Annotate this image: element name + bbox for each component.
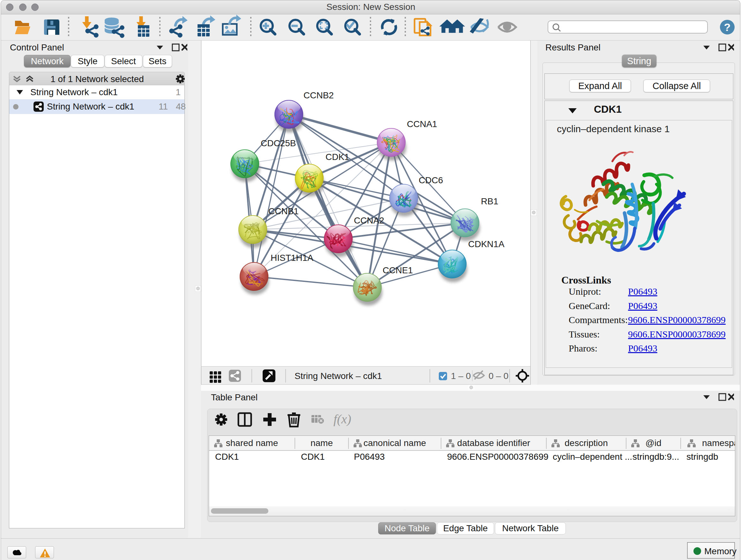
svg-text:f(x): f(x) bbox=[333, 412, 351, 426]
svg-text:description: description bbox=[564, 438, 608, 448]
svg-text:CCNB2: CCNB2 bbox=[304, 90, 334, 100]
svg-text:CDC6: CDC6 bbox=[419, 175, 443, 185]
svg-text:name: name bbox=[311, 438, 333, 448]
svg-text:CCNA1: CCNA1 bbox=[407, 119, 437, 129]
svg-text:String Network – cdk1: String Network – cdk1 bbox=[294, 371, 382, 381]
svg-text:CCNB1: CCNB1 bbox=[268, 206, 299, 216]
svg-text:namespace: namespace bbox=[702, 438, 735, 448]
svg-text:1 – 0: 1 – 0 bbox=[451, 371, 471, 381]
svg-text:database identifier: database identifier bbox=[457, 438, 530, 448]
svg-text:RB1: RB1 bbox=[481, 196, 498, 206]
svg-text:@id: @id bbox=[645, 438, 661, 448]
svg-text:0 – 0: 0 – 0 bbox=[488, 371, 509, 381]
svg-text:canonical name: canonical name bbox=[363, 438, 426, 448]
svg-text:CDKN1A: CDKN1A bbox=[468, 239, 504, 249]
svg-text:CDC25B: CDC25B bbox=[261, 138, 296, 148]
svg-text:HIST1H1A: HIST1H1A bbox=[271, 253, 313, 263]
svg-text:CDK1: CDK1 bbox=[326, 152, 349, 162]
svg-text:shared name: shared name bbox=[226, 438, 278, 448]
svg-text:CCNE1: CCNE1 bbox=[383, 265, 413, 275]
svg-text:CCNA2: CCNA2 bbox=[354, 215, 384, 226]
